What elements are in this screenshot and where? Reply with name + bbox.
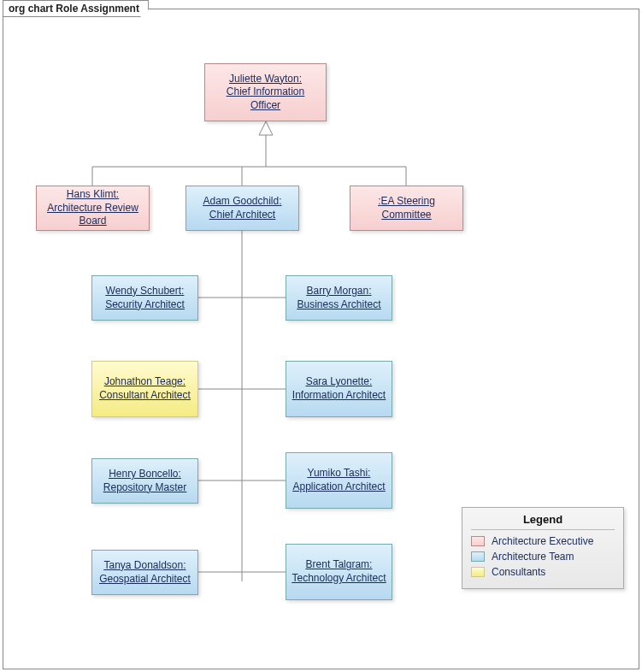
legend-panel: Legend Architecture Executive Architectu… xyxy=(462,507,624,589)
node-repository-master: Henry Boncello:Repository Master xyxy=(91,458,198,504)
node-information-architect: Sara Lyonette:Information Architect xyxy=(286,361,392,417)
node-business-architect-label: Barry Morgan:Business Architect xyxy=(297,285,380,311)
frame-title: org chart Role Assignment xyxy=(3,0,149,17)
legend-item-team: Architecture Team xyxy=(471,551,615,563)
node-technology-architect: Brent Talgram:Technology Architect xyxy=(286,544,392,600)
org-chart-frame: org chart Role Assignment Juliette Wayto… xyxy=(0,0,642,672)
legend-item-cons: Consultants xyxy=(471,566,615,578)
legend-label-cons: Consultants xyxy=(492,566,545,578)
node-chief-architect-label: Adam Goodchild:Chief Architect xyxy=(203,195,281,221)
node-ea-steering-label: :EA Steering Committee xyxy=(356,195,457,221)
legend-swatch-cons xyxy=(471,567,485,577)
node-technology-architect-label: Brent Talgram:Technology Architect xyxy=(292,558,386,585)
node-geospatial-architect: Tanya Donaldson:Geospatial Architect xyxy=(91,550,198,595)
node-cio: Juliette Wayton:Chief Information Office… xyxy=(204,63,327,121)
node-information-architect-label: Sara Lyonette:Information Architect xyxy=(292,375,386,402)
node-application-architect: Yumiko Tashi:Application Architect xyxy=(286,452,392,509)
node-security-architect: Wendy Schubert:Security Architect xyxy=(91,275,198,321)
legend-title: Legend xyxy=(471,513,615,530)
node-business-architect: Barry Morgan:Business Architect xyxy=(286,275,392,321)
node-security-architect-label: Wendy Schubert:Security Architect xyxy=(105,285,185,311)
node-cio-label: Juliette Wayton:Chief Information Office… xyxy=(210,73,321,113)
node-ea-steering: :EA Steering Committee xyxy=(350,186,463,231)
node-repository-master-label: Henry Boncello:Repository Master xyxy=(103,468,186,494)
frame-title-text: org chart Role Assignment xyxy=(9,3,139,15)
node-application-architect-label: Yumiko Tashi:Application Architect xyxy=(292,467,385,493)
legend-swatch-exec xyxy=(471,536,485,546)
node-geospatial-architect-label: Tanya Donaldson:Geospatial Architect xyxy=(99,559,191,586)
node-arb: Hans Klimt:Architecture Review Board xyxy=(36,186,150,231)
legend-label-team: Architecture Team xyxy=(492,551,574,563)
legend-swatch-team xyxy=(471,551,485,562)
node-consultant-architect: Johnathon Teage:Consultant Architect xyxy=(91,361,198,417)
node-consultant-architect-label: Johnathon Teage:Consultant Architect xyxy=(99,375,191,402)
legend-label-exec: Architecture Executive xyxy=(492,535,593,547)
node-arb-label: Hans Klimt:Architecture Review Board xyxy=(42,188,144,228)
node-chief-architect: Adam Goodchild:Chief Architect xyxy=(186,186,299,231)
legend-item-exec: Architecture Executive xyxy=(471,535,615,547)
